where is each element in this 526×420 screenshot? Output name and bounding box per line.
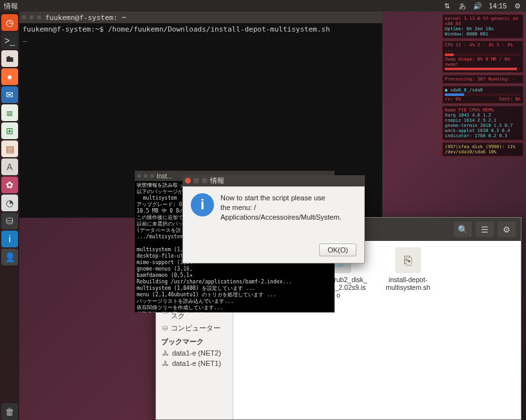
top-panel: 情報 ⇅ あ 🔊 14:15 ⚙ <box>0 0 526 12</box>
gear-icon: ⚙ <box>503 225 511 234</box>
fm-search-button[interactable]: 🔍 <box>454 222 472 237</box>
term-dot-1 <box>22 15 26 19</box>
dialog-text: Now to start the script please use the m… <box>220 193 356 222</box>
sysmon-proc: Processing: 307 Running: - <box>442 75 523 84</box>
proc-row: gnome-termin 2010 1.5 0.7 <box>445 123 521 128</box>
clock-time[interactable]: 14:15 <box>489 2 507 10</box>
app-title: 情報 <box>4 1 18 11</box>
network-icon[interactable]: ⇅ <box>442 1 451 10</box>
launcher-firefox[interactable]: ● <box>1 68 18 85</box>
bookmark-icon: 🖧 <box>162 360 169 367</box>
file-item[interactable]: ⎘install-depot-multisystem.sh <box>379 247 437 291</box>
term-dot-3 <box>37 15 41 19</box>
launcher-info[interactable]: i <box>1 231 18 247</box>
language-icon[interactable]: あ <box>458 1 467 10</box>
fm-menu-button[interactable]: ⚙ <box>498 222 516 237</box>
launcher-terminal[interactable]: >_ <box>1 32 18 49</box>
fm-view-button[interactable]: ☰ <box>476 222 494 237</box>
proc-row: indicator- 1788 0.2 0.3 <box>445 133 521 138</box>
sysmon-kernel: kernel 3.13.0-37-generic on x86_64 Uptim… <box>442 14 523 39</box>
launcher: ◷>_🖿●✉≣⊞▤A✿◔⛁i👤🗑 <box>0 12 19 420</box>
launcher-software-center[interactable]: A <box>1 158 18 175</box>
volume-icon[interactable]: 🔊 <box>473 1 482 10</box>
sysmon-disk: (997)sfea disk (9990): 11% /dev/sda10/sd… <box>442 142 523 157</box>
launcher-lamp[interactable]: 👤 <box>1 249 18 265</box>
bookmark-icon: 🖧 <box>162 350 169 357</box>
close-icon[interactable] <box>185 178 191 184</box>
terminal-command: /home/fuukemn/Downloads/install-depot-mu… <box>104 25 330 33</box>
term-dot-2 <box>30 15 34 19</box>
launcher-settings[interactable]: ✿ <box>1 177 18 193</box>
minimize-icon[interactable] <box>193 178 199 184</box>
list-icon: ☰ <box>481 225 489 234</box>
sysmon-cpu: CPU 11 - 4% 2 - 4% 3 - 4% ... Swap Usage… <box>442 41 523 73</box>
script-icon: ⎘ <box>395 247 421 273</box>
info-dialog: i Now to start the script please use the… <box>182 186 365 263</box>
sidebar-heading-bookmarks: ブックマーク <box>156 334 233 348</box>
sidebar-item-label: data1-e (NET1) <box>172 359 221 367</box>
proc-row: compiz 1814 2.9 2.1 <box>445 118 521 123</box>
terminal-cursor: _ <box>23 33 27 42</box>
sysmon-net: ● sda6_8_/sda6 rx: 0k Sent: 0k <box>442 86 523 104</box>
sidebar-item-bookmark[interactable]: 🖧data1-e (NET2) <box>156 348 233 358</box>
launcher-disks[interactable]: ⛁ <box>1 213 18 229</box>
ok-button[interactable]: OK(O) <box>319 243 356 256</box>
launcher-libreoffice-calc[interactable]: ⊞ <box>1 122 18 139</box>
proc-row: Xorg 1042 4.6 1.2 <box>445 113 521 118</box>
proc-row: wnck-applet 1830 0.3 0.4 <box>445 128 521 133</box>
terminal-titlebar[interactable]: fuukemn@f-system: ~ <box>19 12 382 23</box>
sidebar-item-bookmark[interactable]: 🖧data1-e (NET1) <box>156 358 233 368</box>
terminal-title: fuukemn@f-system: ~ <box>45 14 126 22</box>
launcher-libreoffice-impress[interactable]: ▤ <box>1 140 18 157</box>
terminal-prompt: fuukemn@f-system:~$ <box>23 25 104 33</box>
sysmon-procs: Name PID CPU% MEM% Xorg 1042 4.6 1.2comp… <box>442 106 523 140</box>
search-icon: 🔍 <box>458 225 468 234</box>
launcher-trash[interactable]: 🗑 <box>1 403 18 420</box>
gear-icon[interactable]: ⚙ <box>513 1 522 10</box>
device-icon: ⛁ <box>162 325 168 332</box>
launcher-ubuntu-button[interactable]: ◷ <box>1 14 18 31</box>
dialog-titlebar[interactable]: 情報 <box>182 175 365 186</box>
info-icon: i <box>191 193 214 216</box>
sidebar-item-label: data1-e (NET2) <box>172 349 221 357</box>
terminal-body[interactable]: fuukemn@f-system:~$ /home/fuukemn/Downlo… <box>19 23 382 44</box>
system-monitor-panel: kernel 3.13.0-37-generic on x86_64 Uptim… <box>442 14 523 158</box>
sidebar-item-label: コンピューター <box>171 323 220 333</box>
sidebar-item-device[interactable]: ⛁コンピューター <box>156 322 233 334</box>
file-label: install-depot-multisystem.sh <box>379 276 437 291</box>
dialog-title-text: 情報 <box>210 176 224 186</box>
maximize-icon[interactable] <box>202 178 208 184</box>
launcher-thunderbird[interactable]: ✉ <box>1 86 18 103</box>
launcher-clock[interactable]: ◔ <box>1 195 18 211</box>
install-terminal-title: Inst... <box>157 173 172 180</box>
launcher-files[interactable]: 🖿 <box>1 50 18 67</box>
launcher-libreoffice-writer[interactable]: ≣ <box>1 104 18 121</box>
